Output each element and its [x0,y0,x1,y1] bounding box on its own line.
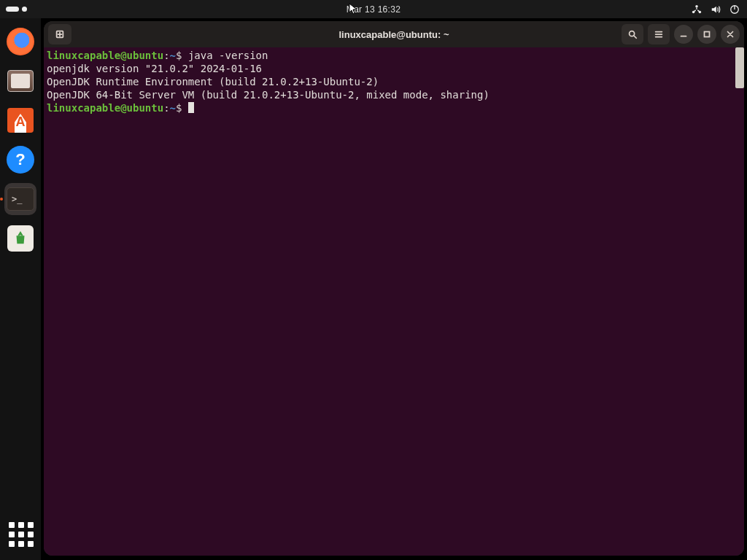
dock-item-firefox[interactable] [4,26,36,58]
top-bar: Mar 13 16:32 [0,0,747,18]
svg-point-0 [695,4,698,7]
minimize-icon [678,29,689,39]
terminal-line: linuxcapable@ubuntu:~$ java -version [47,49,741,62]
dock-item-trash[interactable] [4,222,36,254]
window-titlebar[interactable]: linuxcapable@ubuntu: ~ [44,21,744,47]
dock-item-files[interactable] [4,65,36,97]
terminal-cursor [188,102,194,113]
volume-icon [711,4,721,15]
help-icon: ? [7,146,34,174]
new-tab-button[interactable] [48,24,71,44]
scrollbar-thumb[interactable] [735,47,744,88]
window-title: linuxcapable@ubuntu: ~ [339,29,449,40]
files-icon [7,70,34,92]
hamburger-menu-button[interactable] [648,24,670,44]
clock[interactable]: Mar 13 16:32 [347,4,400,15]
network-icon [692,4,702,15]
power-icon [729,4,740,15]
system-status-area[interactable] [692,4,740,15]
terminal-line: linuxcapable@ubuntu:~$ [47,101,741,114]
dock: ? >_ [0,18,41,560]
terminal-window: linuxcapable@ubuntu: ~ linuxcapable@ubun… [44,21,744,556]
dock-item-help[interactable]: ? [4,144,36,176]
trash-icon [7,225,34,252]
firefox-icon [7,28,34,55]
show-applications-button[interactable] [9,522,34,547]
maximize-icon [702,29,712,39]
terminal-line: OpenJDK 64-Bit Server VM (build 21.0.2+1… [47,88,741,101]
close-icon [725,29,735,39]
close-button[interactable] [721,25,740,44]
terminal-output[interactable]: linuxcapable@ubuntu:~$ java -versionopen… [44,47,744,556]
dock-item-terminal[interactable]: >_ [4,183,36,215]
terminal-icon: >_ [7,187,34,211]
terminal-line: OpenJDK Runtime Environment (build 21.0.… [47,75,741,88]
terminal-line: openjdk version "21.0.2" 2024-01-16 [47,62,741,75]
activities-button[interactable] [6,7,27,12]
svg-rect-6 [705,32,710,37]
search-icon [627,29,638,39]
minimize-button[interactable] [674,25,693,44]
software-center-icon [7,108,34,133]
hamburger-icon [654,29,664,39]
maximize-button[interactable] [697,25,716,44]
dock-item-software[interactable] [4,104,36,136]
new-tab-icon [55,29,65,39]
search-button[interactable] [622,24,643,44]
